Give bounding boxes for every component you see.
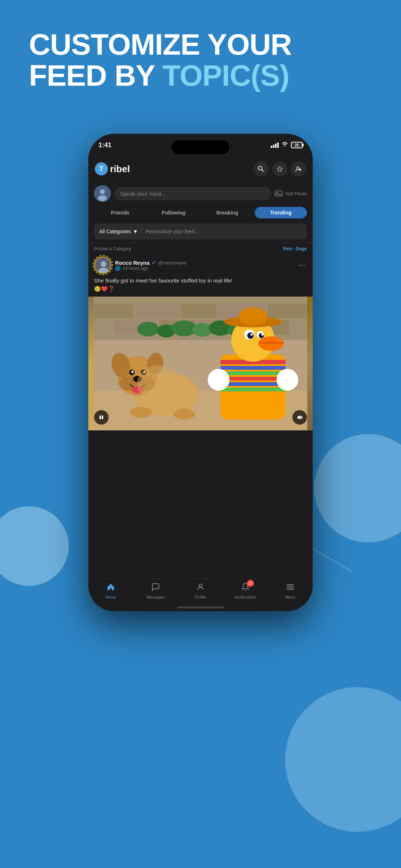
add-person-icon xyxy=(295,166,302,172)
post-content: She finally got to meet her favourite st… xyxy=(94,277,232,284)
mute-icon xyxy=(297,414,303,420)
tab-friends[interactable]: Friends xyxy=(94,207,146,218)
svg-rect-20 xyxy=(181,304,217,318)
post-text: She finally got to meet her favourite st… xyxy=(88,277,313,297)
hero-section: CUSTOMIZE YOUR FEED BY TOPIC(S) xyxy=(29,29,372,91)
post-more-button[interactable]: ⋯ xyxy=(296,260,307,270)
signal-bars-icon xyxy=(271,142,279,148)
composer-input-field[interactable]: Speak your mind... xyxy=(114,187,271,200)
notifications-badge-count: 27 xyxy=(247,580,254,587)
svg-point-41 xyxy=(131,371,134,373)
svg-point-68 xyxy=(208,369,229,391)
play-pause-button[interactable] xyxy=(94,410,109,425)
nav-home-label: Home xyxy=(105,595,116,599)
add-photo-button[interactable]: Add Photo xyxy=(275,190,307,197)
nav-menu[interactable]: Menu xyxy=(268,583,313,599)
hero-line2-plain: FEED BY xyxy=(29,59,162,92)
svg-point-47 xyxy=(130,407,152,418)
status-time: 1:41 xyxy=(98,141,111,149)
search-icon xyxy=(258,166,264,172)
category-filter[interactable]: All Categories ▼ Personalize your feed..… xyxy=(94,224,307,239)
author-handle: @roccoreyna xyxy=(158,260,186,265)
composer-placeholder: Speak your mind... xyxy=(120,191,165,197)
battery-level: 25 xyxy=(295,143,299,147)
hero-line1: CUSTOMIZE YOUR xyxy=(29,29,372,60)
post-card: Posted in Category Pets - Dogs xyxy=(88,243,313,430)
svg-rect-71 xyxy=(102,416,103,419)
nav-notifications[interactable]: 27 Notifications xyxy=(223,583,268,599)
tribel-logo-text: ribel xyxy=(110,163,130,175)
phone-shell: 1:41 25 xyxy=(88,134,313,611)
svg-point-58 xyxy=(258,336,284,351)
nav-profile-label: Profile xyxy=(195,595,206,599)
post-category-bar: Posted in Category Pets - Dogs xyxy=(88,243,313,254)
battery-tip xyxy=(303,144,304,146)
personalize-text: Personalize your feed... xyxy=(145,229,199,234)
svg-point-48 xyxy=(173,409,195,420)
svg-marker-4 xyxy=(277,166,283,171)
svg-rect-55 xyxy=(220,382,286,386)
svg-rect-54 xyxy=(220,377,286,380)
svg-point-9 xyxy=(100,189,105,194)
svg-rect-70 xyxy=(100,416,101,419)
phone-wrapper: 1:41 25 xyxy=(88,134,313,839)
star-ring xyxy=(93,255,113,275)
nav-menu-label: Menu xyxy=(285,595,295,599)
signal-bar-2 xyxy=(273,145,274,148)
favorites-button[interactable] xyxy=(272,161,287,176)
home-icon xyxy=(106,583,115,593)
tab-trending[interactable]: Trending xyxy=(255,207,307,218)
category-divider xyxy=(142,228,142,235)
search-button[interactable] xyxy=(253,161,269,176)
post-media-visual xyxy=(88,297,313,430)
tribel-logo: T ribel xyxy=(95,162,130,175)
post-composer: Speak your mind... Add Photo xyxy=(88,182,313,205)
svg-rect-56 xyxy=(220,388,286,391)
post-author-name: Rocco Reyna ✓ @roccoreyna xyxy=(115,260,292,266)
category-select[interactable]: All Categories ▼ xyxy=(99,229,138,234)
globe-icon: 🌐 xyxy=(115,266,121,271)
signal-bar-3 xyxy=(275,144,277,148)
pause-icon xyxy=(99,415,104,420)
category-label: All Categories xyxy=(99,229,131,234)
post-category-link[interactable]: Pets - Dogs xyxy=(283,246,307,251)
nav-profile[interactable]: Profile xyxy=(178,583,223,599)
user-avatar-icon xyxy=(94,185,111,202)
composer-avatar xyxy=(94,185,111,202)
signal-bar-1 xyxy=(271,146,272,148)
add-friend-button[interactable] xyxy=(291,161,306,176)
post-header: Rocco Reyna ✓ @roccoreyna 🌐 13 hours ago… xyxy=(88,254,313,277)
feed-tabs: Friends Following Breaking Trending xyxy=(88,205,313,222)
messages-icon xyxy=(151,583,160,593)
verified-badge-icon: ✓ xyxy=(152,260,156,265)
svg-point-74 xyxy=(199,584,202,587)
svg-point-27 xyxy=(137,322,159,336)
nav-messages[interactable]: Messages xyxy=(133,583,178,599)
chevron-down-icon: ▼ xyxy=(133,229,138,234)
menu-icon xyxy=(286,583,295,593)
signal-bar-4 xyxy=(277,142,279,148)
svg-rect-19 xyxy=(135,304,179,318)
post-category-label: Posted in Category xyxy=(94,246,131,251)
svg-point-5 xyxy=(297,167,299,170)
nav-notifications-label: Notifications xyxy=(235,595,256,599)
bg-circle-left xyxy=(0,506,69,586)
svg-line-3 xyxy=(262,170,263,171)
profile-icon xyxy=(196,583,205,593)
mute-button[interactable] xyxy=(292,410,307,425)
nav-home[interactable]: Home xyxy=(88,583,133,599)
nav-messages-label: Messages xyxy=(147,595,165,599)
tab-breaking[interactable]: Breaking xyxy=(201,207,253,218)
svg-point-67 xyxy=(239,307,267,326)
svg-point-49 xyxy=(137,365,181,401)
wifi-icon xyxy=(282,142,288,148)
author-name-text: Rocco Reyna xyxy=(115,260,149,266)
svg-rect-52 xyxy=(220,366,286,370)
star-icon xyxy=(277,166,283,172)
post-meta: 🌐 13 hours ago xyxy=(115,266,292,271)
tab-following[interactable]: Following xyxy=(148,207,200,218)
status-icons: 25 xyxy=(271,142,303,148)
header-actions xyxy=(253,161,306,176)
tribel-logo-icon: T xyxy=(95,162,108,175)
time-ago: 13 hours ago xyxy=(123,266,148,271)
